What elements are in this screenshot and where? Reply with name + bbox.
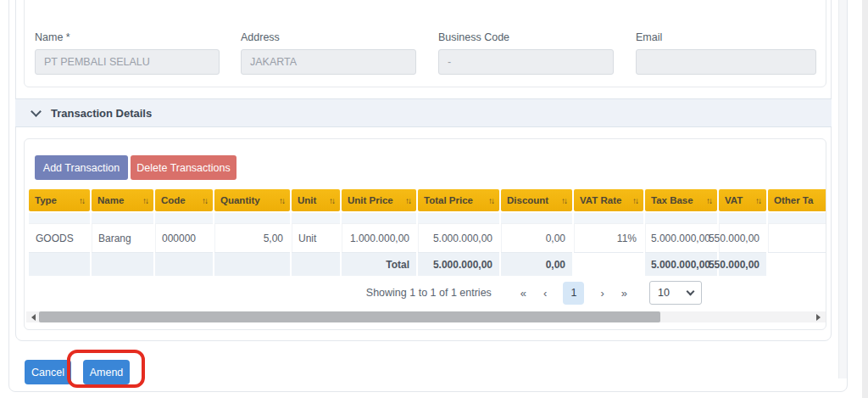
business-code-field-group: Business Code - bbox=[438, 31, 614, 75]
section-title: Transaction Details bbox=[51, 107, 152, 120]
sort-icon[interactable]: ↑↓ bbox=[558, 196, 566, 205]
cell-discount: 0,00 bbox=[501, 223, 572, 252]
table-header-row: Type↑↓ Name↑↓ Code↑↓ Quantity↑↓ Unit↑↓ U… bbox=[29, 189, 826, 211]
page: ↑↓ ↑↓ Name * PT PEMBALI SELALU Address J… bbox=[0, 0, 868, 398]
first-page-icon[interactable]: « bbox=[520, 287, 526, 300]
total-vat: 550.000,00 bbox=[719, 252, 766, 276]
business-code-label: Business Code bbox=[438, 31, 614, 43]
column-label: Code bbox=[161, 195, 186, 205]
sort-icon[interactable]: ↑↓ bbox=[75, 196, 84, 205]
sort-icon[interactable]: ↑↓ bbox=[629, 196, 637, 205]
amend-button[interactable]: Amend bbox=[83, 360, 130, 384]
column-label: Unit bbox=[298, 195, 316, 205]
email-label: Email bbox=[636, 31, 816, 43]
prev-page-icon[interactable]: ‹ bbox=[543, 287, 547, 300]
cell-other-tax bbox=[768, 223, 826, 252]
column-header-vat-rate[interactable]: VAT Rate↑↓ bbox=[574, 189, 643, 211]
table-total-row: Total 5.000.000,00 0,00 5.000.000,00 550… bbox=[29, 252, 826, 276]
column-header-unit[interactable]: Unit↑↓ bbox=[292, 189, 340, 211]
cell-type: GOODS bbox=[29, 223, 90, 252]
column-label: VAT Rate bbox=[580, 195, 621, 205]
column-label: Total Price bbox=[424, 195, 473, 205]
column-label: Name bbox=[97, 195, 124, 205]
spacer-row bbox=[29, 213, 826, 223]
column-header-quantity[interactable]: Quantity↑↓ bbox=[214, 189, 290, 211]
address-field[interactable]: JAKARTA bbox=[241, 49, 416, 75]
column-header-unit-price[interactable]: Unit Price↑↓ bbox=[342, 189, 416, 211]
pagination-bar: Showing 1 to 1 of 1 entries « ‹ 1 › » 10 bbox=[25, 281, 826, 305]
column-header-code[interactable]: Code↑↓ bbox=[155, 189, 213, 211]
cell-tax-base: 5.000.000,00 bbox=[645, 223, 717, 252]
column-label: VAT bbox=[725, 195, 743, 205]
column-label: Quantity bbox=[220, 195, 260, 205]
vertical-scrollbar[interactable] bbox=[838, 0, 847, 378]
total-label: Total bbox=[342, 252, 416, 276]
window-edge-strip bbox=[862, 0, 868, 398]
column-header-total-price[interactable]: Total Price↑↓ bbox=[418, 189, 499, 211]
total-total-price: 5.000.000,00 bbox=[418, 252, 499, 276]
column-label: Discount bbox=[507, 195, 548, 205]
delete-transactions-button[interactable]: Delete Transactions bbox=[131, 155, 236, 180]
buyer-info-card: Name * PT PEMBALI SELALU Address JAKARTA… bbox=[24, 0, 826, 87]
column-header-type[interactable]: Type↑↓ bbox=[29, 189, 90, 211]
column-label: Type bbox=[35, 195, 57, 205]
scroll-right-icon[interactable] bbox=[816, 314, 821, 321]
page-size-select[interactable]: 10 bbox=[649, 281, 702, 305]
add-transaction-button[interactable]: Add Transaction bbox=[35, 155, 128, 180]
entries-summary: Showing 1 to 1 of 1 entries bbox=[366, 287, 492, 299]
email-field-group: Email bbox=[636, 31, 816, 75]
transaction-details-section-header[interactable]: Transaction Details bbox=[15, 98, 832, 127]
cell-unit: Unit bbox=[292, 223, 340, 252]
column-label: Unit Price bbox=[348, 195, 393, 205]
column-label: Tax Base bbox=[651, 195, 693, 205]
scroll-left-icon[interactable] bbox=[31, 314, 36, 321]
sort-icon[interactable]: ↑↓ bbox=[198, 196, 207, 205]
sort-icon[interactable]: ↑↓ bbox=[139, 196, 147, 205]
column-label: Other Ta bbox=[774, 195, 813, 205]
scrollbar-thumb[interactable] bbox=[39, 311, 660, 322]
cell-vat: 550.000,00 bbox=[719, 223, 766, 252]
chevron-down-icon bbox=[31, 106, 42, 117]
total-tax-base: 5.000.000,00 bbox=[645, 252, 717, 276]
sort-icon[interactable]: ↑↓ bbox=[752, 196, 760, 205]
column-header-tax-base[interactable]: Tax Base↑↓ bbox=[645, 189, 717, 211]
cell-quantity: 5,00 bbox=[214, 223, 290, 252]
sort-icon[interactable]: ↑↓ bbox=[275, 196, 284, 205]
column-header-name[interactable]: Name↑↓ bbox=[92, 189, 153, 211]
address-field-group: Address JAKARTA bbox=[241, 31, 416, 75]
transactions-table: Type↑↓ Name↑↓ Code↑↓ Quantity↑↓ Unit↑↓ U… bbox=[29, 189, 826, 276]
business-code-field[interactable]: - bbox=[438, 49, 614, 75]
name-field[interactable]: PT PEMBALI SELALU bbox=[35, 49, 220, 75]
cell-unit-price: 1.000.000,00 bbox=[342, 223, 416, 252]
name-label: Name * bbox=[35, 31, 220, 43]
sort-icon[interactable]: ↑↓ bbox=[402, 196, 410, 205]
chevron-down-icon bbox=[687, 288, 695, 296]
sort-icon[interactable]: ↑↓ bbox=[485, 196, 493, 205]
email-field[interactable] bbox=[636, 49, 816, 75]
page-number-button[interactable]: 1 bbox=[563, 282, 584, 305]
horizontal-scrollbar[interactable] bbox=[26, 311, 826, 322]
cell-total-price: 5.000.000,00 bbox=[418, 223, 499, 252]
sort-icon[interactable]: ↑↓ bbox=[326, 196, 334, 205]
last-page-icon[interactable]: » bbox=[621, 287, 627, 300]
next-page-icon[interactable]: › bbox=[600, 287, 604, 300]
transactions-card: Add Transaction Delete Transactions Type… bbox=[24, 138, 826, 330]
column-header-vat[interactable]: VAT↑↓ bbox=[719, 189, 766, 211]
name-field-group: Name * PT PEMBALI SELALU bbox=[35, 31, 220, 75]
address-label: Address bbox=[241, 31, 416, 43]
cell-vat-rate: 11% bbox=[574, 223, 643, 252]
column-header-discount[interactable]: Discount↑↓ bbox=[501, 189, 572, 211]
column-header-other-tax[interactable]: Other Ta↑↓ bbox=[768, 189, 826, 211]
total-discount: 0,00 bbox=[501, 252, 572, 276]
cell-code: 000000 bbox=[155, 223, 213, 252]
cell-name: Barang bbox=[92, 223, 153, 252]
table-row[interactable]: GOODS Barang 000000 5,00 Unit 1.000.000,… bbox=[29, 223, 826, 252]
cancel-button[interactable]: Cancel bbox=[25, 360, 71, 384]
sort-icon[interactable]: ↑↓ bbox=[703, 196, 711, 205]
page-size-value: 10 bbox=[658, 287, 670, 299]
